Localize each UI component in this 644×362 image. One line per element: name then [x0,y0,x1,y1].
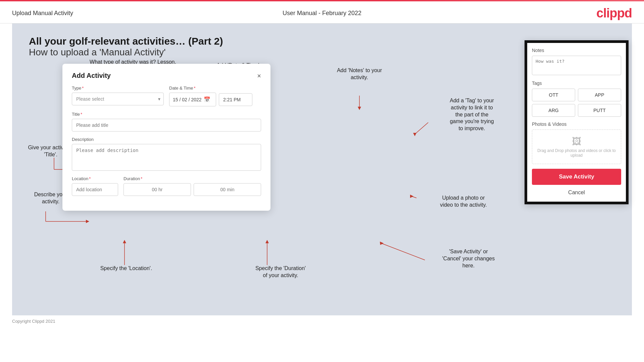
location-field: Location* [72,176,118,196]
duration-row [123,183,261,196]
svg-marker-13 [123,240,126,243]
duration-label: Duration* [123,176,261,181]
location-duration-row: Location* Duration* [72,176,261,196]
title-field: Title* [72,112,261,132]
tag-ott[interactable]: OTT [532,89,575,101]
location-input[interactable] [72,183,118,196]
datetime-label: Date & Time* [169,86,261,91]
annotation-location: Specify the 'Location'. [86,265,166,272]
type-select-wrapper[interactable]: Please select ▾ [72,93,164,105]
type-datetime-row: Type* Please select ▾ Date & Time* 15 / … [72,86,261,106]
title-field-label: Title* [72,112,261,117]
annotation-tag: Add a 'Tag' to youractivity to link it t… [423,97,521,132]
type-select[interactable]: Please select [72,93,164,105]
dialog-header: Add Activity × [72,72,261,80]
photos-dropzone[interactable]: 🖼 Drag and Drop photos and videos or cli… [532,130,621,164]
date-input[interactable]: 15 / 02 / 2022 📅 [169,93,216,106]
svg-marker-22 [410,195,413,198]
main-content: All your golf-relevant activities… (Part… [12,23,632,315]
description-textarea[interactable] [72,144,261,171]
datetime-field: Date & Time* 15 / 02 / 2022 📅 2:21 PM [169,86,261,106]
page-header-left: Upload Manual Activity [12,10,73,17]
tag-arg[interactable]: ARG [532,104,575,117]
photos-placeholder-text: Drag and Drop photos and videos or click… [536,148,617,158]
annotation-notes: Add 'Notes' to youractivity. [317,67,401,81]
annotation-photo: Upload a photo orvideo to the activity. [418,195,509,209]
date-value: 15 / 02 / 2022 [173,97,202,102]
svg-marker-24 [380,242,384,245]
description-label: Description [72,137,261,142]
tags-grid: OTT APP ARG PUTT [532,89,621,117]
tag-putt[interactable]: PUTT [578,104,621,117]
time-input[interactable]: 2:21 PM [219,93,252,106]
phone-panel-inner: Notes Tags OTT APP ARG PUTT Photos & Vid… [527,43,626,202]
top-accent-bar [0,0,644,1]
duration-min-input[interactable] [194,183,261,196]
close-button[interactable]: × [257,72,261,79]
time-value: 2:21 PM [223,97,241,102]
cancel-button[interactable]: Cancel [532,188,621,197]
photo-upload-icon: 🖼 [536,136,617,147]
svg-line-23 [381,243,425,260]
description-field: Description [72,137,261,171]
annotation-save: 'Save Activity' or'Cancel' your changesh… [422,248,515,269]
phone-panel: Notes Tags OTT APP ARG PUTT Photos & Vid… [525,40,629,204]
add-activity-dialog: Add Activity × Type* Please select ▾ Dat… [62,64,270,211]
annotation-duration: Specify the 'Duration'of your activity. [234,265,328,279]
save-activity-button[interactable]: Save Activity [532,169,621,185]
dialog-title: Add Activity [72,72,111,80]
svg-marker-16 [265,240,269,243]
type-label: Type* [72,86,164,91]
svg-line-21 [411,196,416,198]
copyright: Copyright Clippd 2021 [0,315,644,327]
date-time-row: 15 / 02 / 2022 📅 2:21 PM [169,93,261,106]
location-label: Location* [72,176,118,181]
svg-marker-20 [413,133,416,136]
duration-hr-input[interactable] [123,183,191,196]
notes-textarea[interactable] [532,56,621,75]
tags-label: Tags [532,81,621,86]
calendar-icon: 📅 [204,96,210,103]
top-bar: Upload Manual Activity User Manual - Feb… [0,0,644,23]
duration-field: Duration* [123,176,261,196]
svg-marker-10 [86,220,89,223]
photos-label: Photos & Videos [532,121,621,127]
page-header-center: User Manual - February 2022 [283,10,361,17]
tag-app[interactable]: APP [578,89,621,101]
logo: clippd [596,6,632,20]
title-input[interactable] [72,119,261,132]
svg-marker-18 [358,107,361,110]
notes-label: Notes [532,48,621,53]
type-field: Type* Please select ▾ [72,86,164,106]
